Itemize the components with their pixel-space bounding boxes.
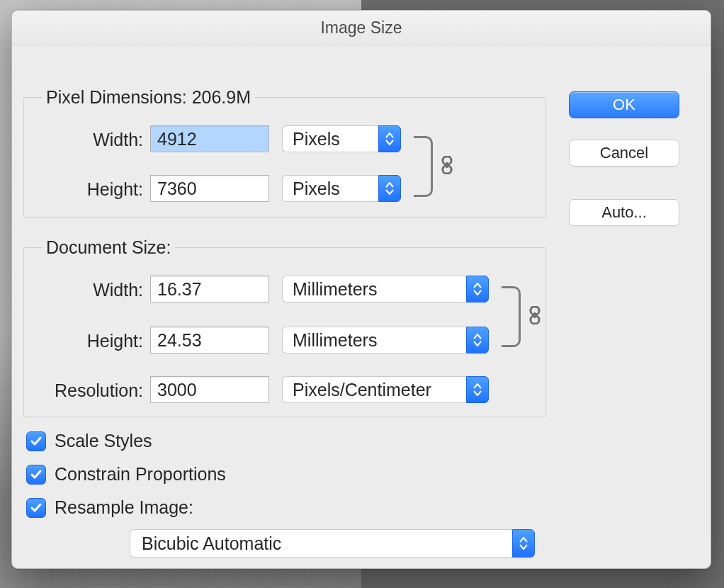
checkmark-icon: [26, 465, 46, 485]
doc-width-label: Width:: [24, 280, 143, 300]
pixel-height-label: Height:: [24, 179, 143, 200]
link-bracket: [414, 136, 433, 197]
checkmark-icon: [26, 431, 46, 451]
stepper-arrows-icon: [466, 327, 489, 354]
pixel-dimensions-legend: Pixel Dimensions: 206.9M: [42, 87, 255, 108]
pixel-height-input[interactable]: [150, 175, 269, 202]
chain-link-icon: [439, 156, 455, 174]
resample-image-label: Resample Image:: [55, 497, 193, 518]
svg-rect-5: [534, 312, 536, 318]
stepper-arrows-icon: [378, 125, 401, 152]
stepper-arrows-icon: [378, 175, 401, 202]
pixel-dimensions-group: Pixel Dimensions: 206.9M Width: Pixels H…: [23, 87, 546, 217]
resample-method-value: Bicubic Automatic: [130, 529, 512, 558]
stepper-arrows-icon: [512, 529, 535, 558]
constrain-proportions-label: Constrain Proportions: [55, 464, 226, 485]
doc-resolution-label: Resolution:: [24, 380, 143, 401]
chain-link-icon: [527, 306, 543, 324]
pixel-width-label: Width:: [24, 130, 143, 150]
doc-resolution-unit-select[interactable]: Pixels/Centimeter: [282, 376, 489, 403]
image-size-dialog: Image Size Pixel Dimensions: 206.9M Widt…: [11, 10, 711, 569]
pixel-height-unit-select[interactable]: Pixels: [282, 175, 401, 202]
doc-width-input[interactable]: [150, 276, 269, 303]
document-size-legend: Document Size:: [42, 237, 175, 258]
dialog-content: Pixel Dimensions: 206.9M Width: Pixels H…: [12, 45, 711, 568]
link-bracket: [502, 286, 521, 347]
pixel-dimensions-size: 206.9M: [192, 87, 251, 107]
doc-width-unit-select[interactable]: Millimeters: [282, 276, 489, 303]
pixel-width-unit-select[interactable]: Pixels: [282, 125, 401, 152]
doc-resolution-input[interactable]: [150, 376, 269, 403]
doc-width-unit-value: Millimeters: [282, 276, 466, 303]
checkmark-icon: [26, 498, 46, 518]
scale-styles-checkbox[interactable]: Scale Styles: [26, 431, 152, 451]
doc-height-unit-value: Millimeters: [282, 327, 466, 354]
constrain-proportions-checkbox[interactable]: Constrain Proportions: [26, 464, 226, 485]
stepper-arrows-icon: [466, 276, 489, 303]
scale-styles-label: Scale Styles: [55, 431, 152, 451]
stepper-arrows-icon: [466, 376, 489, 403]
doc-resolution-unit-value: Pixels/Centimeter: [282, 376, 466, 403]
doc-height-unit-select[interactable]: Millimeters: [282, 327, 489, 354]
resample-image-checkbox[interactable]: Resample Image:: [26, 497, 193, 518]
pixel-width-input[interactable]: [150, 125, 269, 152]
pixel-height-unit-value: Pixels: [282, 175, 378, 202]
pixel-width-unit-value: Pixels: [282, 125, 378, 152]
auto-button[interactable]: Auto...: [569, 199, 679, 226]
pixel-dimensions-legend-prefix: Pixel Dimensions:: [46, 87, 192, 107]
doc-height-label: Height:: [24, 331, 143, 351]
resample-method-select[interactable]: Bicubic Automatic: [130, 529, 535, 558]
svg-rect-2: [446, 162, 448, 168]
dialog-title: Image Size: [12, 11, 711, 45]
cancel-button[interactable]: Cancel: [569, 140, 679, 166]
ok-button[interactable]: OK: [569, 91, 679, 118]
document-size-group: Document Size: Width: Millimeters Height…: [23, 237, 546, 417]
doc-height-input[interactable]: [150, 327, 269, 354]
